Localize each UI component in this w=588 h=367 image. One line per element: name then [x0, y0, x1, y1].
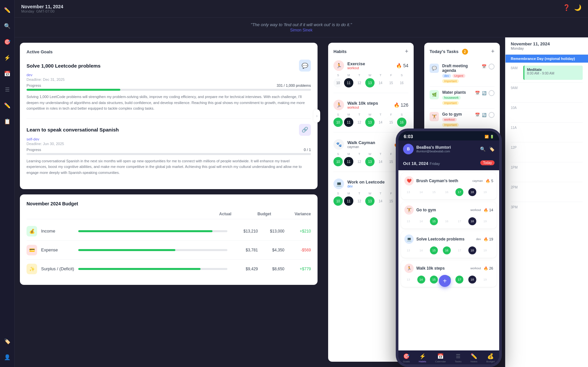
task-checkbox-gym[interactable]	[489, 112, 495, 118]
tag-dev[interactable]: dev	[442, 74, 451, 78]
cal-day[interactable]: 12	[355, 157, 364, 166]
task-name-gym: Go to gym	[442, 112, 472, 117]
phone-fab-button[interactable]: +	[439, 275, 451, 287]
habit-info-cayman: Walk Cayman cayman	[347, 140, 394, 149]
sidebar-icon-habits[interactable]: ⚡	[3, 53, 12, 62]
cal-day-filled[interactable]: 13	[365, 78, 375, 87]
phone-nav-tasks-icon: ☰	[456, 353, 460, 359]
cal-day-today[interactable]: 11	[344, 196, 353, 206]
help-icon[interactable]: ❓	[563, 4, 570, 11]
wifi-icon: 📶	[485, 135, 489, 138]
cal-day[interactable]: 15	[386, 196, 396, 206]
cal-day-today[interactable]: 11	[344, 157, 353, 166]
tag-important[interactable]: Important	[442, 101, 459, 105]
sidebar-icon-menu[interactable]: ☰	[3, 85, 12, 94]
cal-day[interactable]: 12	[355, 78, 364, 87]
tag-urgent[interactable]: Urgent	[452, 74, 465, 78]
phone-tag-icon[interactable]: 🏷️	[489, 146, 495, 152]
sidebar-icon-goals[interactable]: 🎯	[3, 37, 12, 46]
progress-bar-spanish	[27, 153, 311, 155]
budget-name-income: Income	[41, 229, 74, 234]
phone-nav-habits[interactable]: ⚡ Habits	[419, 353, 426, 363]
cal-day-filled[interactable]: 13	[365, 118, 375, 127]
phone-cal-mini-cayman: 13 14 15 16 17 18 19	[404, 188, 493, 196]
cal-day[interactable]: 16	[397, 78, 406, 87]
phone-nav-notes[interactable]: ✏️ Notes	[470, 353, 477, 363]
cal-time-slot-10am: 10A	[511, 102, 583, 122]
habit-tag-walk10k[interactable]: workout	[347, 106, 394, 109]
cal-time-slot-8am: 8AM Meditate 8:00 AM - 9:00 AM	[511, 63, 583, 82]
tag-housework[interactable]: housework	[442, 96, 461, 100]
habit-info-walk10k: Walk 10k steps workout	[347, 101, 394, 109]
task-checkbox-water[interactable]	[489, 90, 495, 96]
task-calendar-icon: 📅	[475, 91, 480, 95]
phone-cal-cell: 13	[404, 276, 412, 284]
task-tags-gym: workout Important	[442, 118, 472, 127]
cal-day[interactable]: 14	[376, 157, 385, 166]
goal-tag-leetcode[interactable]: dev	[27, 73, 311, 77]
habit-tag-exercise[interactable]: workout	[347, 66, 396, 70]
sidebar-icon-search[interactable]: 🔍	[3, 21, 12, 30]
cal-day[interactable]: 14	[376, 78, 385, 87]
phone-nav-budget[interactable]: 💰 Budget	[486, 353, 495, 363]
cal-time-11am: 11A	[511, 125, 521, 139]
phone-today-button[interactable]: Today	[480, 160, 495, 165]
calendar-holiday-banner: Remembrance Day (regional holiday)	[505, 55, 588, 63]
phone-cal-cell: 17	[455, 246, 463, 254]
phone-nav-goals[interactable]: 🎯 Goals	[403, 353, 410, 363]
cal-day-filled[interactable]: 10	[333, 118, 343, 127]
cal-day[interactable]: 14	[376, 118, 385, 127]
task-checkbox-draft[interactable]	[489, 64, 495, 70]
calendar-timeline: 8AM Meditate 8:00 AM - 9:00 AM 9AM 10A 1…	[505, 63, 588, 222]
cal-day[interactable]: 15	[386, 118, 396, 127]
sidebar-icon-tags[interactable]: 🏷️	[3, 337, 12, 346]
tasks-add-button[interactable]: +	[491, 48, 495, 55]
task-tags-water: housework Important	[442, 96, 472, 105]
goal-desc-leetcode: Solving 1,000 LeetCode problems will str…	[27, 94, 311, 112]
cal-day-filled[interactable]: 16	[397, 118, 406, 127]
cal-day[interactable]: 14	[376, 196, 385, 206]
sidebar-icon-clipboard[interactable]: 📋	[3, 117, 12, 126]
tag-important[interactable]: Important	[442, 123, 459, 127]
cal-day[interactable]: 15	[386, 157, 396, 166]
budget-variance-income: +$210	[284, 229, 311, 234]
sidebar-icon-calendar[interactable]: 📅	[3, 69, 12, 78]
cal-day-today[interactable]: 11	[344, 78, 353, 87]
tag-workout[interactable]: workout	[442, 118, 457, 122]
calendar-top: November 11, 2024 Monday	[505, 37, 588, 55]
phone-cal-cell-filled: 15	[430, 276, 438, 284]
goal-progress-row-spanish: Progress 0 / 1	[27, 148, 311, 152]
cal-day[interactable]: 15	[386, 78, 396, 87]
cal-day-filled[interactable]: 10	[333, 196, 343, 206]
habit-tag-cayman[interactable]: cayman	[347, 145, 394, 149]
tag-important[interactable]: Important	[442, 79, 459, 83]
quote-bar: "The only way to 'find out if it will wo…	[15, 18, 588, 37]
cal-day-filled[interactable]: 13	[365, 157, 375, 166]
cal-day-today[interactable]: 11	[344, 118, 353, 127]
cal-day[interactable]: 12	[355, 118, 364, 127]
phone-nav-calendar[interactable]: 📅 Calendar	[435, 353, 446, 363]
phone-nav-goals-label: Goals	[403, 360, 410, 363]
cal-day-filled[interactable]: 10	[333, 157, 343, 166]
cal-day-filled[interactable]: 13	[365, 196, 375, 206]
sidebar-icon-user[interactable]: 👤	[3, 352, 12, 362]
sidebar-icon-pen[interactable]: ✏️	[3, 5, 12, 15]
phone-nav-tasks[interactable]: ☰ Tasks	[455, 353, 461, 363]
habit-tag-leetcode-h[interactable]: dev	[347, 184, 396, 188]
cal-event-meditate[interactable]: Meditate 8:00 AM - 9:00 AM	[523, 66, 583, 80]
cal-day[interactable]: 12	[355, 196, 364, 206]
sidebar-icon-edit[interactable]: ✏️	[3, 101, 12, 110]
budget-budget-expense: $4,350	[258, 248, 284, 252]
phone-search-icon[interactable]: 🔍	[480, 146, 486, 152]
cal-day[interactable]: 10	[333, 78, 343, 87]
theme-icon[interactable]: 🌙	[574, 4, 581, 11]
goal-deadline-spanish: Deadline: Jun 30, 2025	[27, 142, 311, 146]
cal-event-time-meditate: 8:00 AM - 9:00 AM	[527, 72, 580, 75]
goal-tag-spanish[interactable]: self-dev	[27, 137, 311, 141]
phone-nav-tasks-label: Tasks	[455, 360, 461, 363]
goal-deadline-leetcode: Deadline: Dec 31, 2025	[27, 78, 311, 81]
goals-chevron-right[interactable]: ›	[314, 109, 320, 123]
habit-cal-walk10k: SMTWTFS 10 11 12 13 14 15 16	[333, 113, 408, 127]
phone-cal-cell-today: 18	[468, 217, 476, 225]
habits-add-button[interactable]: +	[405, 48, 408, 55]
